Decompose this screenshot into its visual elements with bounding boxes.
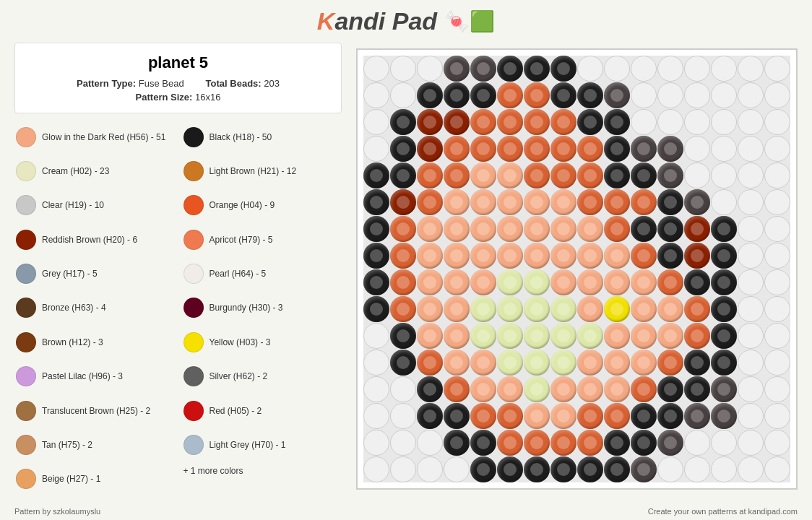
color-swatch (183, 264, 204, 284)
bead (524, 456, 550, 482)
bead (604, 350, 630, 376)
bead (444, 323, 470, 349)
color-swatch (16, 298, 36, 318)
bead (363, 162, 389, 188)
color-label: Glow in the Dark Red (H56) - 51 (42, 132, 165, 142)
bead (550, 269, 576, 295)
color-label: Red (H05) - 2 (210, 406, 262, 416)
bead (711, 56, 737, 82)
color-swatch (183, 401, 204, 421)
bead (470, 216, 496, 242)
color-item: Silver (H62) - 2 (182, 360, 342, 393)
bead (550, 350, 576, 376)
bead (444, 456, 470, 482)
color-label: Pastel Lilac (H96) - 3 (42, 371, 123, 381)
color-item: Brown (H12) - 3 (14, 326, 175, 358)
bead (738, 162, 764, 188)
bead (684, 136, 710, 162)
pattern-meta: Pattern Type: Fuse Bead Total Beads: 203 (30, 78, 327, 89)
bead (711, 243, 737, 269)
bead (390, 296, 416, 322)
pattern-size: Pattern Size: 16x16 (30, 92, 327, 103)
bead (631, 216, 657, 242)
bead (711, 350, 737, 376)
bead (417, 136, 443, 162)
bead (417, 456, 443, 482)
footer: Pattern by szkolaumyslu Create your own … (0, 503, 812, 520)
bead (604, 296, 630, 322)
bead (363, 243, 389, 269)
bead (363, 403, 389, 429)
bead (764, 243, 790, 269)
bead (631, 56, 657, 82)
bead (497, 403, 523, 429)
bead (738, 323, 764, 349)
bead (417, 82, 443, 108)
bead (631, 82, 657, 108)
bead (764, 82, 790, 108)
bead (390, 269, 416, 295)
color-label: Clear (H19) - 10 (42, 200, 104, 210)
bead (417, 243, 443, 269)
color-swatch (16, 264, 36, 284)
bead (497, 296, 523, 322)
bead (417, 269, 443, 295)
color-swatch (16, 127, 36, 147)
bead (657, 189, 683, 215)
color-label: Black (H18) - 50 (210, 132, 272, 142)
pattern-info-box: planet 5 Pattern Type: Fuse Bead Total B… (14, 43, 342, 113)
color-swatch (183, 366, 204, 386)
bead (470, 430, 496, 456)
bead (764, 430, 790, 456)
bead (497, 376, 523, 402)
bead (711, 136, 737, 162)
bead (657, 162, 683, 188)
bead (738, 56, 764, 82)
color-label: Grey (H17) - 5 (42, 269, 98, 279)
bead (738, 136, 764, 162)
bead (390, 136, 416, 162)
color-item: Apricot (H79) - 5 (182, 223, 342, 256)
bead (470, 296, 496, 322)
bead (444, 162, 470, 188)
bead (684, 296, 710, 322)
bead (390, 109, 416, 135)
bead (711, 109, 737, 135)
color-label: Orange (H04) - 9 (210, 200, 275, 210)
bead (363, 350, 389, 376)
bead (390, 403, 416, 429)
bead (577, 136, 603, 162)
bead (684, 350, 710, 376)
bead (363, 82, 389, 108)
bead (390, 456, 416, 482)
bead (604, 189, 630, 215)
color-swatch (183, 298, 204, 318)
bead (631, 430, 657, 456)
color-label: Light Grey (H70) - 1 (210, 440, 286, 450)
color-swatch (183, 195, 204, 215)
color-swatch (16, 366, 36, 386)
bead (631, 162, 657, 188)
bead (470, 243, 496, 269)
bead (444, 350, 470, 376)
bead (470, 376, 496, 402)
bead (577, 376, 603, 402)
bead (764, 269, 790, 295)
bead-grid-container (356, 48, 798, 490)
bead (550, 216, 576, 242)
bead (738, 296, 764, 322)
color-item: Black (H18) - 50 (182, 121, 342, 153)
bead (524, 430, 550, 456)
color-label: Pearl (H64) - 5 (210, 269, 267, 279)
bead (684, 162, 710, 188)
bead (470, 323, 496, 349)
bead (604, 136, 630, 162)
bead (684, 376, 710, 402)
bead (631, 269, 657, 295)
bead (390, 189, 416, 215)
bead (577, 189, 603, 215)
bead (550, 430, 576, 456)
color-label: Light Brown (H21) - 12 (210, 166, 297, 176)
bead (363, 109, 389, 135)
color-item: Reddish Brown (H20) - 6 (14, 223, 175, 256)
